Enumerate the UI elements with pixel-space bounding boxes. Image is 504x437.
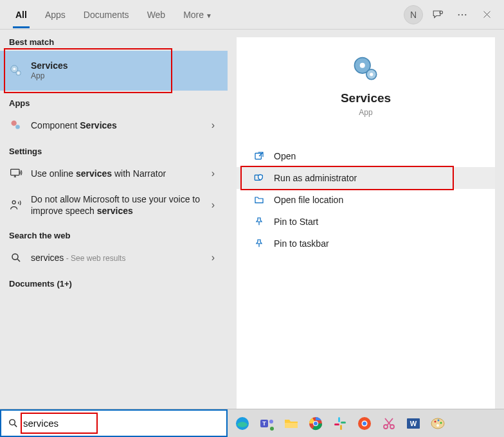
result-narrator-services[interactable]: Use online services with Narrator › xyxy=(0,160,228,187)
svg-point-8 xyxy=(12,120,17,125)
detail-pane: Services App Open Run as administrator xyxy=(228,30,504,409)
taskbar: T W xyxy=(0,409,504,437)
search-icon xyxy=(9,251,23,265)
svg-rect-25 xyxy=(285,423,298,428)
svg-point-12 xyxy=(12,254,18,260)
taskbar-search-box[interactable] xyxy=(0,409,228,437)
svg-point-3 xyxy=(465,13,466,15)
result-best-match-services[interactable]: Services App xyxy=(0,51,228,91)
feedback-icon[interactable] xyxy=(427,4,449,26)
pin-icon xyxy=(253,238,265,249)
monitor-icon xyxy=(9,166,23,181)
action-open[interactable]: Open xyxy=(237,145,495,167)
svg-point-19 xyxy=(9,420,14,425)
taskbar-chrome-canary-icon[interactable] xyxy=(355,414,374,433)
open-icon xyxy=(253,150,265,162)
detail-subtitle: App xyxy=(237,108,495,117)
svg-point-28 xyxy=(314,422,318,425)
folder-icon xyxy=(253,194,265,206)
svg-text:W: W xyxy=(410,420,417,427)
action-pin-to-taskbar[interactable]: Pin to taskbar xyxy=(237,233,495,254)
svg-point-16 xyxy=(370,73,373,76)
svg-point-42 xyxy=(438,419,440,421)
svg-point-24 xyxy=(270,427,274,431)
svg-rect-17 xyxy=(255,153,261,159)
gear-icon xyxy=(9,64,23,78)
svg-rect-31 xyxy=(340,425,342,430)
svg-point-9 xyxy=(15,125,20,129)
chevron-right-icon[interactable]: › xyxy=(208,199,219,211)
section-settings: Settings xyxy=(0,139,228,160)
shield-icon xyxy=(253,172,265,184)
svg-point-43 xyxy=(440,422,442,424)
search-input[interactable] xyxy=(22,415,224,431)
svg-point-23 xyxy=(269,420,273,424)
action-run-as-administrator[interactable]: Run as administrator xyxy=(237,167,495,189)
chevron-down-icon: ▼ xyxy=(206,12,212,19)
section-apps: Apps xyxy=(0,91,228,112)
svg-rect-32 xyxy=(334,424,339,425)
svg-rect-30 xyxy=(341,422,346,424)
svg-point-41 xyxy=(435,420,437,422)
section-documents: Documents (1+) xyxy=(0,271,228,292)
result-speech-services[interactable]: Do not allow Microsoft to use your voice… xyxy=(0,187,228,223)
taskbar-snip-icon[interactable] xyxy=(379,414,399,433)
svg-text:T: T xyxy=(262,420,266,427)
section-best-match: Best match xyxy=(0,30,228,51)
taskbar-chrome-icon[interactable] xyxy=(306,414,325,433)
component-services-icon xyxy=(9,118,23,132)
chevron-right-icon[interactable]: › xyxy=(208,168,219,179)
result-component-services[interactable]: Component Services › xyxy=(0,112,228,139)
svg-point-7 xyxy=(17,72,19,73)
taskbar-paint-icon[interactable] xyxy=(428,414,447,433)
result-web-services[interactable]: services - See web results › xyxy=(0,244,228,271)
tab-all[interactable]: All xyxy=(6,2,36,28)
search-filter-tabs: All Apps Documents Web More▼ N xyxy=(0,0,504,30)
user-avatar[interactable]: N xyxy=(402,4,424,26)
svg-point-2 xyxy=(462,13,463,15)
tab-apps[interactable]: Apps xyxy=(36,2,75,28)
svg-point-11 xyxy=(12,201,15,204)
tab-more[interactable]: More▼ xyxy=(174,2,221,28)
detail-title: Services xyxy=(237,91,495,105)
person-voice-icon xyxy=(9,198,23,212)
action-pin-to-start[interactable]: Pin to Start xyxy=(237,211,495,233)
svg-rect-29 xyxy=(338,417,340,422)
tab-web[interactable]: Web xyxy=(138,2,175,28)
chevron-right-icon[interactable]: › xyxy=(208,120,219,131)
more-options-icon[interactable] xyxy=(451,4,473,26)
svg-point-35 xyxy=(363,422,366,425)
close-icon[interactable] xyxy=(476,4,498,26)
svg-point-5 xyxy=(13,67,15,70)
tab-documents[interactable]: Documents xyxy=(75,2,138,28)
svg-point-44 xyxy=(437,424,439,427)
chevron-right-icon[interactable]: › xyxy=(208,252,219,263)
taskbar-explorer-icon[interactable] xyxy=(282,414,301,433)
search-icon xyxy=(4,418,22,429)
taskbar-word-icon[interactable]: W xyxy=(404,414,423,433)
svg-point-1 xyxy=(458,13,460,15)
services-app-icon xyxy=(352,55,379,82)
taskbar-slack-icon[interactable] xyxy=(330,414,350,433)
svg-rect-10 xyxy=(11,169,19,175)
section-search-web: Search the web xyxy=(0,223,228,244)
search-results-pane: Best match Services App Apps Component S… xyxy=(0,30,228,409)
taskbar-edge-icon[interactable] xyxy=(233,414,252,433)
action-open-file-location[interactable]: Open file location xyxy=(237,189,495,211)
taskbar-teams-icon[interactable]: T xyxy=(257,414,276,433)
pin-icon xyxy=(253,216,265,227)
svg-point-14 xyxy=(360,63,365,68)
